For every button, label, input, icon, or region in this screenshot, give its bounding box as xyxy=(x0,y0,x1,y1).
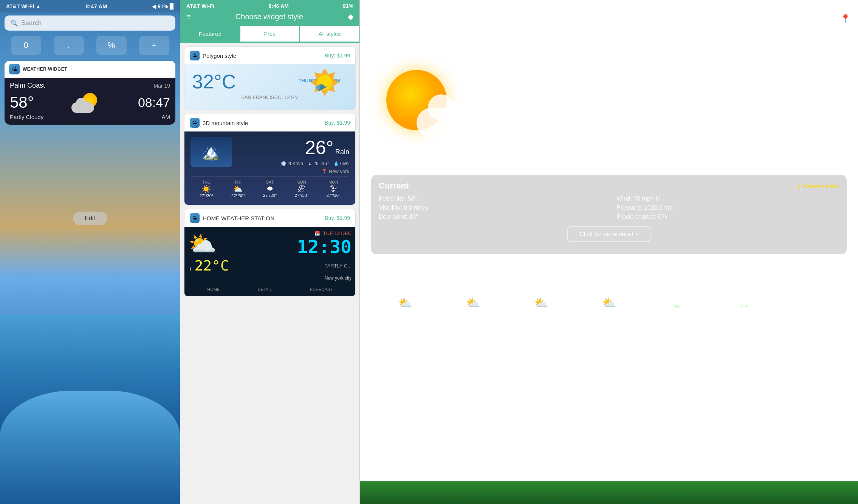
station-preview: ⛅ 📅 TUE 12 DEC 12:30 🌡 22°C PARTL xyxy=(184,227,355,296)
polygon-price[interactable]: Buy: $1.99 xyxy=(325,53,350,59)
tab-featured[interactable]: Featured xyxy=(180,26,240,42)
grass-bottom xyxy=(360,481,858,504)
mountain-price[interactable]: Buy: $1.99 xyxy=(325,120,350,126)
diamond-icon[interactable]: ◆ xyxy=(348,12,353,21)
polygon-widget-card[interactable]: 🌤 Polygon style Buy: $1.99 32°C THUNDERS… xyxy=(184,46,356,110)
status-bar-3: AT&T Wi-Fi 8:49 AM ◀ 90% ▉ xyxy=(360,0,858,12)
search-bar[interactable]: 🔍 Search xyxy=(5,15,175,31)
forecast-fri: FRI ⛅ 27°/30° xyxy=(231,180,245,198)
precip-label: Precip chance: xyxy=(616,213,657,220)
s3-hamburger-icon[interactable]: ≡ xyxy=(367,14,372,24)
station-temp: 22°C xyxy=(194,257,229,274)
detail-dew-point: Dew point: 49° xyxy=(379,213,601,220)
condition-3: Partly Cloudy xyxy=(371,145,847,167)
hour-icon-6: 🌧 xyxy=(779,297,847,309)
mountain-location: 📍 New york xyxy=(280,169,349,174)
station-nav-home[interactable]: HOME xyxy=(207,287,220,292)
station-nav-detail[interactable]: DETAIL xyxy=(258,287,272,292)
station-nav-forecast[interactable]: FORECAST xyxy=(310,287,333,292)
mountain-3d-icon: 🏔️ xyxy=(190,137,232,167)
detail-wind: Wind: 70 mph N xyxy=(616,195,839,202)
battery-label-1: 91% xyxy=(158,3,168,9)
edit-button[interactable]: Edit xyxy=(73,212,107,225)
precip-value: 0% xyxy=(658,213,667,220)
carrier-label-1: AT&T Wi-Fi xyxy=(6,3,34,9)
forecast-thu: THU ☀️ 27°/30° xyxy=(200,180,213,198)
battery-area-3: ◀ 90% ▉ xyxy=(829,3,850,9)
calc-dot[interactable]: . xyxy=(54,36,84,55)
station-right-col: 📅 TUE 12 DEC 12:30 xyxy=(297,230,352,257)
forecast-row: THU ☀️ 27°/30° FRI ⛅ 27°/30° SAT 🌧 27°/3… xyxy=(190,176,349,199)
tab-all-styles[interactable]: All styles xyxy=(300,26,359,42)
station-widget-card[interactable]: 🌤 HOME WEATHER STATION Buy: $1.99 ⛅ 📅 TU… xyxy=(184,209,356,297)
hour-precip-5: 11% xyxy=(711,304,779,309)
more-detail-button[interactable]: Click for more detail > xyxy=(567,226,650,242)
weather-row1: Palm Coast Mar 19 xyxy=(10,82,170,90)
screen3-title: Weather xyxy=(589,14,623,24)
hamburger-icon[interactable]: ≡ xyxy=(186,12,191,21)
forecast-mon: MON 🌫 27°/30° xyxy=(327,180,340,198)
weather-alerts[interactable]: ℹ Weather alerts xyxy=(798,182,839,189)
details-grid: Feels like: 58° Wind: 70 mph N Visibilit… xyxy=(379,195,839,220)
alerts-label: Weather alerts xyxy=(802,183,839,189)
pressure-label: Pressure: xyxy=(616,204,642,211)
feels-like-label: Feels like: xyxy=(379,195,406,202)
station-condition: PARTLY C... xyxy=(324,263,352,269)
s2-title-row: ≡ Choose widget style ◆ xyxy=(186,12,353,21)
hour-icon-5: 🌧 xyxy=(711,290,779,303)
hour-11am: 11 AM 🌧 9% 67° xyxy=(643,282,711,317)
hour-icon-3: ⛅ xyxy=(575,296,643,309)
screen2: AT&T Wi-Fi 8:46 AM 91% ≡ Choose widget s… xyxy=(180,0,360,504)
current-header: Current ℹ Weather alerts xyxy=(379,181,839,191)
next24-title: Next 24 hours xyxy=(371,260,847,269)
weather-widget-card[interactable]: 🌤 WEATHER WIDGET Palm Coast Mar 19 58° 0… xyxy=(5,61,175,125)
station-price[interactable]: Buy: $1.99 xyxy=(325,215,350,221)
hour-12pm: 12 PM 🌧 11% 67° xyxy=(711,282,779,317)
station-app-icon: 🌤 xyxy=(190,213,200,223)
search-placeholder: Search xyxy=(21,19,42,27)
tab-free[interactable]: Free xyxy=(240,26,300,42)
battery-label-3: 90% xyxy=(834,3,845,9)
hour-now: Now ⛅ 58° xyxy=(439,289,507,317)
location-icon-1: ◀ xyxy=(152,3,156,9)
detail-visibility: Visibility: 8.0 miles xyxy=(379,204,601,211)
hour-icon-1: ⛅ xyxy=(439,296,507,309)
station-nav: HOME DETAIL FORECAST xyxy=(188,284,352,292)
screen2-title: Choose widget style xyxy=(235,12,303,21)
weather-graphic-3 xyxy=(379,66,477,142)
station-cloud-icon: ⛅ xyxy=(188,230,217,257)
humidity-3: Humidity: 72.0 % xyxy=(778,130,839,138)
mountain-app-icon: 🌤 xyxy=(190,118,200,128)
widget-title: WEATHER WIDGET xyxy=(23,66,67,72)
mountain-details: 💨 20Km/h 🌡 29°-36° 💧 65% xyxy=(280,161,349,166)
station-city: New york city xyxy=(188,275,352,281)
status-bar-1: AT&T Wi-Fi ▲ 8:47 AM ◀ 91% ▉ xyxy=(0,0,180,12)
polygon-card-header: 🌤 Polygon style Buy: $1.99 xyxy=(184,47,355,64)
hour-1pm: 1 PM 🌧 67° xyxy=(779,289,847,317)
calc-0[interactable]: 0 xyxy=(11,36,41,55)
calculator-widget: 0 . % + xyxy=(0,34,180,57)
hour-precip-4: 9% xyxy=(643,304,711,309)
hour-icon-4: 🌧 xyxy=(643,290,711,303)
dew-value: 49° xyxy=(409,213,418,220)
polygon-preview: 32°C THUNDERSTORM SAN FRANCISCO, 12 PM xyxy=(184,64,355,110)
location-icon-3: ◀ xyxy=(829,3,833,9)
weather-clock-1: 08:47 xyxy=(138,95,170,110)
status-right-1: ◀ 91% ▉ xyxy=(152,3,174,9)
carrier-label-2: AT&T Wi-Fi xyxy=(186,3,214,9)
next24-section: Next 24 hours Light rain and breezy star… xyxy=(371,260,847,317)
mountain-left: 🏔️ xyxy=(190,137,232,167)
tabs-row: Featured Free All styles xyxy=(180,26,359,43)
main-temp-3: 58 xyxy=(778,67,833,122)
time-label-3: 8:49 AM xyxy=(602,3,622,9)
carrier-label-3: AT&T Wi-Fi xyxy=(367,3,395,9)
weather-row3: Partly Cloudy AM xyxy=(10,114,170,120)
polygon-temp: 32°C xyxy=(192,71,236,93)
screen3: AT&T Wi-Fi 8:49 AM ◀ 90% ▉ ≡ Weather 📍 P… xyxy=(360,0,858,504)
polygon-sun-svg xyxy=(308,66,342,97)
location-pin-icon[interactable]: 📍 xyxy=(840,14,850,24)
calc-percent[interactable]: % xyxy=(96,36,127,55)
calc-plus[interactable]: + xyxy=(139,36,169,55)
mountain-widget-card[interactable]: 🌤 3D mountain style Buy: $1.99 🏔️ 26° Ra… xyxy=(184,114,356,205)
alert-icon: ℹ xyxy=(798,182,800,189)
